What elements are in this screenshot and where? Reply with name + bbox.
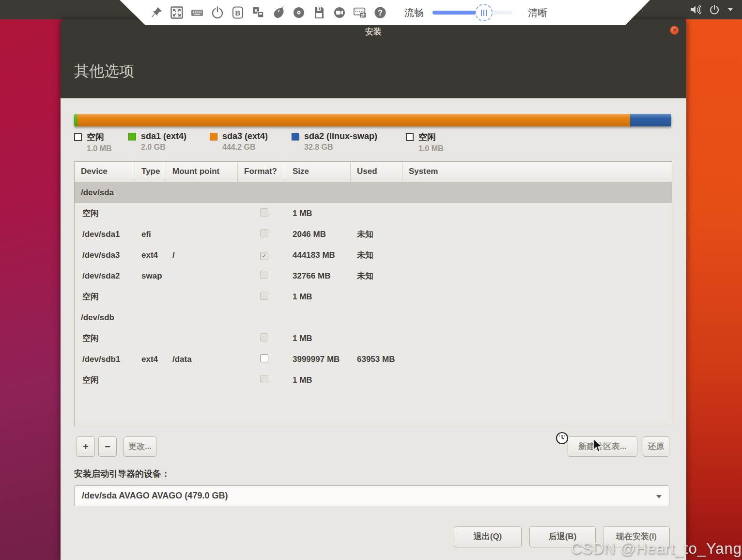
smooth-label: 流畅	[404, 6, 424, 19]
col-system[interactable]: System	[402, 162, 672, 182]
table-row[interactable]: /dev/sda1 efi 2046 MB 未知	[75, 224, 672, 245]
quality-slider-group: 流畅 清晰	[404, 6, 547, 19]
col-device[interactable]: Device	[75, 162, 135, 182]
keyboard-icon[interactable]	[190, 6, 204, 19]
table-row[interactable]: 空闲 1 MB	[75, 328, 672, 349]
quality-slider[interactable]	[433, 11, 512, 15]
format-checkbox[interactable]	[260, 292, 268, 300]
bootloader-device-select[interactable]: /dev/sda AVAGO AVAGO (479.0 GB)	[74, 485, 669, 506]
panel-status-area	[690, 0, 733, 19]
table-row[interactable]: /dev/sda2 swap 32766 MB 未知	[75, 265, 672, 286]
power-icon[interactable]	[709, 4, 720, 15]
table-row-disk-sda[interactable]: /dev/sda	[75, 182, 672, 203]
legend-checkbox	[406, 133, 414, 141]
wallpaper-right	[686, 0, 742, 560]
volume-icon[interactable]	[690, 4, 701, 15]
busy-clock-icon	[556, 432, 569, 445]
remove-partition-button[interactable]: −	[98, 436, 117, 457]
legend-item: 空闲 1.0 MB	[74, 131, 112, 153]
table-row[interactable]: 空闲 1 MB	[75, 370, 672, 390]
partition-table: Device Type Mount point Format? Size Use…	[74, 161, 672, 426]
boot-b-icon[interactable]: B	[231, 6, 245, 19]
table-row[interactable]: /dev/sda3 ext4 / ✓ 444183 MB 未知	[75, 245, 672, 265]
col-used[interactable]: Used	[351, 162, 402, 182]
disc-icon[interactable]	[292, 6, 306, 19]
bar-segment-sda2	[630, 114, 671, 126]
storage-devices-icon[interactable]	[251, 6, 265, 19]
format-checkbox[interactable]	[260, 229, 268, 237]
legend-item: sda3 (ext4) 444.2 GB	[210, 131, 268, 152]
legend-checkbox	[74, 133, 82, 141]
legend-swatch-orange	[210, 133, 217, 140]
kvm-console-toolbar: B ? 流畅 清晰	[120, 0, 650, 25]
format-checkbox[interactable]	[260, 354, 268, 362]
disk-usage-bar	[74, 114, 671, 126]
virtual-keyboard-icon[interactable]	[353, 6, 367, 19]
record-icon[interactable]	[333, 6, 346, 19]
format-checkbox[interactable]: ✓	[260, 252, 268, 260]
legend-item: 空闲 1.0 MB	[406, 131, 444, 153]
svg-text:B: B	[235, 9, 241, 17]
revert-button[interactable]: 还原	[643, 436, 669, 457]
add-partition-button[interactable]: +	[77, 436, 95, 457]
table-row[interactable]: 空闲 1 MB	[75, 203, 672, 224]
pin-icon[interactable]	[150, 6, 163, 19]
chevron-down-icon[interactable]	[727, 8, 733, 12]
window-title: 安装	[61, 26, 686, 37]
window-content: 空闲 1.0 MB sda1 (ext4) 2.0 GB sda3 (ext4)…	[61, 98, 686, 560]
chevron-down-icon	[656, 495, 662, 499]
mouse-cursor	[592, 438, 604, 455]
legend-item: sda1 (ext4) 2.0 GB	[128, 131, 186, 152]
page-title: 其他选项	[74, 61, 134, 81]
quit-button[interactable]: 退出(Q)	[454, 526, 522, 547]
bootloader-label: 安装启动引导器的设备：	[74, 468, 170, 480]
fullscreen-icon[interactable]	[170, 6, 184, 19]
legend-swatch-green	[128, 133, 136, 140]
clear-label: 清晰	[528, 6, 547, 19]
change-button[interactable]: 更改...	[124, 436, 156, 457]
legend-item: sda2 (linux-swap) 32.8 GB	[292, 131, 377, 152]
bar-segment-free	[74, 114, 77, 126]
quality-slider-handle[interactable]	[475, 4, 493, 21]
table-row-disk-sdb[interactable]: /dev/sdb	[75, 307, 672, 328]
installer-window: 安装 ✕ 其他选项 空闲 1.0 MB sda1 (ext4) 2.0 GB	[61, 19, 686, 560]
col-type[interactable]: Type	[135, 162, 166, 182]
legend-swatch-blue	[292, 133, 299, 140]
floppy-icon[interactable]	[312, 6, 326, 19]
col-size[interactable]: Size	[286, 162, 351, 182]
power-icon[interactable]	[211, 6, 224, 19]
table-row[interactable]: 空闲 1 MB	[75, 286, 672, 307]
table-row[interactable]: /dev/sdb1 ext4 /data 3999997 MB 63953 MB	[75, 349, 672, 370]
mouse-icon[interactable]	[272, 6, 285, 19]
format-checkbox[interactable]	[260, 208, 268, 217]
svg-text:?: ?	[378, 9, 383, 17]
format-checkbox[interactable]	[260, 375, 268, 383]
table-header: Device Type Mount point Format? Size Use…	[75, 162, 672, 182]
bar-segment-sda3	[77, 114, 630, 126]
col-format[interactable]: Format?	[238, 162, 286, 182]
watermark: CSDN @Heart_to_Yang	[571, 540, 742, 558]
col-mount-point[interactable]: Mount point	[166, 162, 238, 182]
format-checkbox[interactable]	[260, 333, 268, 342]
desktop: B ? 流畅 清晰	[0, 0, 742, 560]
format-checkbox[interactable]	[260, 271, 268, 279]
help-icon[interactable]: ?	[373, 6, 387, 19]
close-button[interactable]: ✕	[670, 26, 679, 35]
